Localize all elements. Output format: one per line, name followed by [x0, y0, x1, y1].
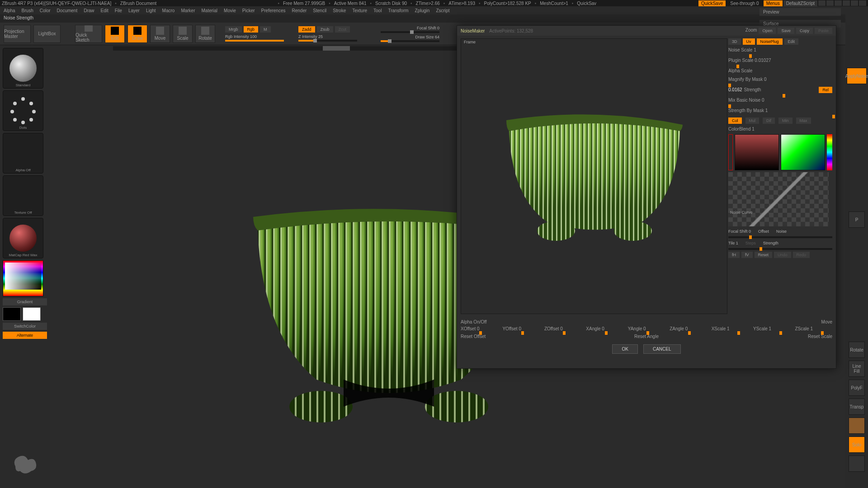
- undo-button[interactable]: Undo: [774, 252, 791, 258]
- menu-marker[interactable]: Marker: [181, 8, 195, 13]
- open-button[interactable]: Open: [759, 28, 776, 34]
- tile-slider[interactable]: [728, 248, 832, 250]
- min-button[interactable]: Min: [778, 117, 793, 124]
- dif-button[interactable]: Dif: [763, 117, 775, 124]
- alpha-slot[interactable]: Alpha Off: [3, 133, 43, 174]
- window-icon[interactable]: [835, 0, 842, 6]
- max-button[interactable]: Max: [796, 117, 811, 124]
- noise2-field[interactable]: Noise: [776, 228, 787, 235]
- menu-stroke[interactable]: Stroke: [333, 8, 346, 13]
- rotate-button[interactable]: Rotate: [195, 25, 215, 43]
- scale-button[interactable]: Scale: [173, 25, 193, 43]
- menus-button[interactable]: Menus: [764, 0, 783, 6]
- menu-tool[interactable]: Tool: [373, 8, 382, 13]
- window-icon[interactable]: [826, 0, 834, 6]
- maximize-icon[interactable]: [851, 0, 858, 6]
- noise-preview[interactable]: Frame: [461, 38, 727, 314]
- menu-layer[interactable]: Layer: [128, 8, 140, 13]
- plugin-scale-field[interactable]: Plugin Scale 0.01027: [728, 57, 832, 64]
- noise-curve-graph[interactable]: Noise Curve: [728, 172, 829, 226]
- alpha-onoff-button[interactable]: Alpha On/Off: [461, 319, 487, 324]
- menu-movie[interactable]: Movie: [224, 8, 236, 13]
- mrgb-button[interactable]: Mrgb: [225, 26, 242, 33]
- transp-button[interactable]: Transp: [849, 399, 865, 415]
- tile-field[interactable]: Tile 1: [728, 240, 738, 246]
- preview-header[interactable]: Preview: [760, 8, 841, 16]
- menu-render[interactable]: Render: [292, 8, 307, 13]
- menu-alpha[interactable]: Alpha: [4, 8, 15, 13]
- menu-zscript[interactable]: Zscript: [436, 8, 449, 13]
- rel-button[interactable]: Rel: [819, 87, 832, 93]
- p-button[interactable]: P: [849, 211, 865, 228]
- ghost-button[interactable]: [849, 418, 865, 434]
- zsub-button[interactable]: Zsub: [317, 26, 333, 33]
- material-slot[interactable]: MatCap Red Wax: [3, 218, 43, 258]
- brush-slot[interactable]: Standard: [3, 48, 43, 89]
- mul-button[interactable]: Mul: [745, 117, 760, 124]
- linefill-button[interactable]: Line Fill: [849, 361, 865, 377]
- uv-button[interactable]: Uv: [743, 38, 755, 45]
- menu-light[interactable]: Light: [146, 8, 156, 13]
- gradient-button[interactable]: Gradient: [3, 298, 47, 305]
- mix-basic-field[interactable]: Mix Basic Noise 0: [728, 97, 832, 103]
- menu-file[interactable]: File: [115, 8, 122, 13]
- ok-button[interactable]: OK: [612, 344, 637, 354]
- zcut-button[interactable]: Zcut: [335, 26, 350, 33]
- menu-edit[interactable]: Edit: [101, 8, 108, 13]
- close-icon[interactable]: [859, 0, 866, 6]
- strength3-field[interactable]: Strength: [763, 240, 778, 246]
- strength-field[interactable]: 0.0162Strength: [728, 86, 761, 93]
- cancel-button[interactable]: CANCEL: [643, 344, 681, 354]
- xpose-button[interactable]: [849, 455, 865, 472]
- strength-mask-field[interactable]: Strength By Mask 1: [728, 107, 832, 114]
- secondary-color-swatch[interactable]: [3, 307, 21, 321]
- default-zscript[interactable]: DefaultZScript: [783, 0, 817, 6]
- rotate-button-r[interactable]: Rotate: [849, 342, 865, 358]
- reset-scale-button[interactable]: Reset Scale: [712, 334, 832, 339]
- menu-zplugin[interactable]: Zplugin: [415, 8, 430, 13]
- col-button[interactable]: Col: [728, 117, 742, 124]
- minimize-icon[interactable]: [843, 0, 850, 6]
- window-icon[interactable]: [818, 0, 826, 6]
- lightbox-button[interactable]: LightBox: [33, 25, 61, 43]
- copy-button[interactable]: Copy: [796, 28, 813, 34]
- paste-button[interactable]: Paste: [815, 28, 832, 34]
- hue-strip[interactable]: [827, 134, 832, 170]
- projection-master-button[interactable]: Projection Master: [4, 25, 31, 43]
- offset2-field[interactable]: Offset: [758, 228, 769, 235]
- magnify-mask-field[interactable]: Magnify By Mask 0: [728, 76, 832, 83]
- fv-button[interactable]: fV: [741, 252, 753, 258]
- colorblend-field[interactable]: ColorBlend 1: [728, 126, 832, 132]
- rgb-intensity-slider[interactable]: [225, 40, 284, 42]
- steps-field[interactable]: Steps: [745, 240, 756, 246]
- menu-texture[interactable]: Texture: [352, 8, 367, 13]
- menu-color[interactable]: Color: [40, 8, 51, 13]
- edit-button[interactable]: Edit: [105, 25, 125, 43]
- quicksketch-button[interactable]: Quick Sketch: [75, 25, 102, 43]
- noise-scale-field[interactable]: Noise Scale 1: [728, 47, 832, 53]
- primary-color-swatch[interactable]: [23, 307, 41, 321]
- focal-shift2-field[interactable]: Focal Shift 0: [728, 228, 751, 235]
- zadd-button[interactable]: Zadd: [298, 26, 315, 33]
- draw-button[interactable]: Draw: [127, 25, 147, 43]
- menu-picker[interactable]: Picker: [242, 8, 255, 13]
- menu-macro[interactable]: Macro: [162, 8, 175, 13]
- focal2-slider[interactable]: [728, 236, 832, 238]
- texture-slot[interactable]: Texture Off: [3, 175, 43, 216]
- color-picker-a[interactable]: [735, 134, 779, 170]
- menu-material[interactable]: Material: [202, 8, 218, 13]
- edit-noise-button[interactable]: Edit: [784, 38, 799, 45]
- m-button[interactable]: M: [260, 26, 271, 33]
- 3d-button[interactable]: 3D: [728, 38, 741, 45]
- noiseplug-button[interactable]: NoisePlug: [757, 38, 783, 45]
- menu-transform[interactable]: Transform: [388, 8, 408, 13]
- quicksave-button[interactable]: QuickSave: [698, 0, 726, 6]
- color-picker[interactable]: [3, 260, 43, 296]
- fh-button[interactable]: fH: [728, 252, 740, 258]
- z-intensity-slider[interactable]: [298, 40, 357, 42]
- draw-size-slider[interactable]: [381, 40, 439, 42]
- menu-document[interactable]: Document: [57, 8, 78, 13]
- reset-curve-button[interactable]: Reset: [755, 252, 773, 258]
- focal-shift-slider[interactable]: [381, 31, 439, 33]
- alternate-button[interactable]: Alternate: [3, 332, 47, 339]
